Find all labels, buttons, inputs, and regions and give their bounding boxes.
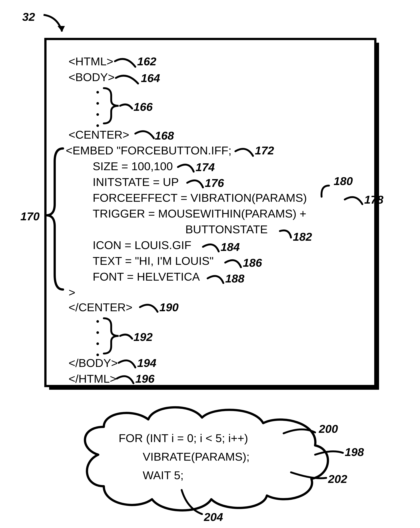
code-line-close-body: </BODY> <box>68 357 118 369</box>
code-line-close-embed: > <box>68 287 75 298</box>
callout-196: 196 <box>135 373 154 384</box>
callout-168: 168 <box>155 130 174 141</box>
callout-182: 182 <box>293 231 312 242</box>
callout-172: 172 <box>255 145 274 156</box>
ellipsis-dot <box>96 124 99 127</box>
ellipsis-dot <box>96 102 99 105</box>
callout-164: 164 <box>141 72 160 84</box>
callout-166: 166 <box>134 101 153 113</box>
code-line-size: SIZE = 100,100 <box>93 161 173 172</box>
ellipsis-dot <box>96 342 99 345</box>
callout-200: 200 <box>319 423 338 435</box>
callout-202: 202 <box>328 473 347 485</box>
callout-176: 176 <box>205 177 224 189</box>
code-line-close-center: </CENTER> <box>68 301 133 313</box>
cloud-line-vibrate: VIBRATE(PARAMS); <box>143 451 250 462</box>
callout-184: 184 <box>221 241 240 253</box>
code-line-icon: ICON = LOUIS.GIF <box>93 240 191 251</box>
callout-194: 194 <box>137 357 156 369</box>
ellipsis-dot <box>96 354 99 356</box>
code-line-text: TEXT = "HI, I'M LOUIS" <box>93 255 214 267</box>
ellipsis-dot <box>96 331 99 334</box>
ellipsis-dot <box>96 320 99 323</box>
callout-188: 188 <box>225 273 244 284</box>
callout-178: 178 <box>364 194 383 205</box>
code-line-font: FONT = HELVETICA <box>93 271 200 282</box>
code-line-initstate: INITSTATE = UP <box>93 176 179 188</box>
callout-174: 174 <box>195 161 215 173</box>
code-line-center: <CENTER> <box>68 129 129 141</box>
callout-192: 192 <box>134 331 153 343</box>
callout-170: 170 <box>20 211 39 222</box>
ellipsis-dot <box>96 113 99 116</box>
cloud-line-wait: WAIT 5; <box>143 469 183 481</box>
code-line-trigger-b: BUTTONSTATE <box>185 224 268 235</box>
code-line-body: <BODY> <box>68 72 114 83</box>
code-line-close-html: </HTML> <box>68 373 116 384</box>
diagram-page: 32 <HTML> <BODY> <CENTER> <EMBED "FORCEB… <box>0 0 420 528</box>
callout-180: 180 <box>334 175 353 187</box>
callout-198: 198 <box>345 446 364 458</box>
ellipsis-dot <box>96 91 99 94</box>
callout-204: 204 <box>204 511 223 523</box>
code-line-trigger-a: TRIGGER = MOUSEWITHIN(PARAMS) + <box>93 208 306 219</box>
callout-190: 190 <box>159 301 179 313</box>
code-line-html: <HTML> <box>68 56 113 67</box>
code-line-forceeffect: FORCEEFFECT = VIBRATION(PARAMS) <box>93 192 307 204</box>
fig-ref-curve <box>44 15 62 32</box>
callout-162: 162 <box>137 56 156 67</box>
callout-186: 186 <box>243 257 262 269</box>
cloud-line-for: FOR (INT i = 0; i < 5; i++) <box>119 432 248 444</box>
code-line-embed: <EMBED "FORCEBUTTON.IFF; <box>66 145 231 156</box>
figure-ref-label: 32 <box>22 11 35 23</box>
